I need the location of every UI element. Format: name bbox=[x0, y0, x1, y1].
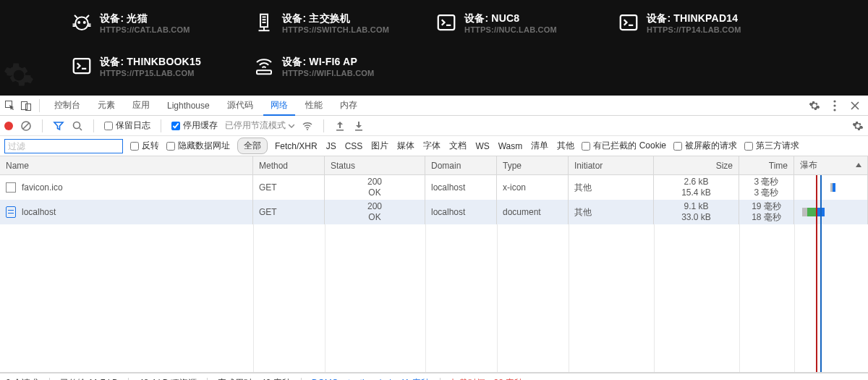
device-title: 设备: THINKBOOK15 bbox=[100, 56, 201, 69]
sort-caret-icon bbox=[856, 163, 861, 167]
tab-console[interactable]: 控制台 bbox=[47, 96, 88, 115]
load-event-line bbox=[816, 175, 817, 372]
col-domain[interactable]: Domain bbox=[425, 156, 497, 174]
svg-rect-9 bbox=[22, 101, 27, 109]
svg-point-1 bbox=[78, 22, 80, 23]
record-button[interactable] bbox=[4, 122, 13, 130]
request-name: favicon.ico bbox=[22, 182, 63, 193]
preserve-log-checkbox[interactable]: 保留日志 bbox=[104, 119, 150, 132]
blocked-cookies-checkbox[interactable]: 有已拦截的 Cookie bbox=[582, 140, 666, 152]
settings-icon[interactable] bbox=[809, 100, 820, 111]
filter-type-fetch[interactable]: Fetch/XHR bbox=[275, 141, 318, 151]
cell-time: 3 毫秒3 毫秒 bbox=[739, 175, 794, 200]
device-url: HTTPS://TP14.LAB.COM bbox=[647, 25, 741, 34]
gear-bg-icon bbox=[3, 59, 35, 91]
filter-type-all[interactable]: 全部 bbox=[237, 138, 268, 154]
device-card[interactable]: 设备: WI-FI6 AP HTTPS://WIFI.LAB.COM bbox=[253, 48, 435, 85]
cell-domain: localhost bbox=[425, 175, 497, 200]
table-row[interactable]: localhost GET 200OK localhost document 其… bbox=[0, 200, 868, 224]
filter-type-other[interactable]: 其他 bbox=[557, 140, 574, 152]
search-icon[interactable] bbox=[72, 120, 83, 132]
filter-type-font[interactable]: 字体 bbox=[423, 140, 441, 152]
filter-type-media[interactable]: 媒体 bbox=[397, 140, 414, 152]
third-party-checkbox[interactable]: 第三方请求 bbox=[744, 140, 799, 152]
clear-icon[interactable] bbox=[20, 120, 32, 132]
dashboard-hero: 设备: 光猫 HTTPS://CAT.LAB.COM 设备: 主交换机 HTTP… bbox=[0, 0, 868, 96]
svg-rect-4 bbox=[438, 15, 455, 30]
tab-performance[interactable]: 性能 bbox=[298, 96, 330, 115]
cell-method: GET bbox=[253, 200, 325, 224]
filter-type-js[interactable]: JS bbox=[326, 141, 336, 151]
device-card[interactable]: 设备: 主交换机 HTTPS://SWITCH.LAB.COM bbox=[253, 5, 435, 41]
cell-method: GET bbox=[253, 175, 325, 200]
filter-type-ws[interactable]: WS bbox=[475, 141, 489, 151]
filter-type-img[interactable]: 图片 bbox=[371, 140, 388, 152]
status-requests: 2 个请求 bbox=[6, 377, 39, 380]
status-dcl: DOMContentLoaded：41 毫秒 bbox=[312, 377, 430, 380]
device-toggle-icon[interactable] bbox=[20, 100, 32, 111]
col-type[interactable]: Type bbox=[497, 156, 569, 174]
network-table-header: Name Method Status Domain Type Initiator… bbox=[0, 156, 868, 175]
wifi-throttle-icon[interactable] bbox=[302, 120, 313, 132]
device-card[interactable]: 设备: NUC8 HTTPS://NUC.LAB.COM bbox=[435, 5, 618, 41]
col-size[interactable]: Size bbox=[654, 156, 739, 174]
filter-input[interactable] bbox=[4, 139, 123, 153]
col-time[interactable]: Time bbox=[739, 156, 794, 174]
tab-sources[interactable]: 源代码 bbox=[220, 96, 260, 115]
col-method[interactable]: Method bbox=[253, 156, 325, 174]
device-title: 设备: NUC8 bbox=[464, 12, 557, 25]
cell-waterfall bbox=[794, 175, 868, 200]
filter-type-doc[interactable]: 文档 bbox=[449, 140, 467, 152]
status-finish: 完成用时：49 毫秒 bbox=[218, 377, 291, 380]
tab-elements[interactable]: 元素 bbox=[90, 96, 122, 115]
svg-point-15 bbox=[74, 122, 80, 128]
svg-rect-7 bbox=[257, 70, 271, 74]
tab-application[interactable]: 应用 bbox=[125, 96, 157, 115]
inspect-icon[interactable] bbox=[4, 100, 16, 111]
terminal-icon bbox=[435, 12, 457, 35]
tab-memory[interactable]: 内存 bbox=[333, 96, 365, 115]
filter-type-css[interactable]: CSS bbox=[345, 141, 363, 151]
document-icon bbox=[6, 206, 16, 218]
device-card[interactable]: 设备: THINKPAD14 HTTPS://TP14.LAB.COM bbox=[618, 5, 800, 41]
device-title: 设备: WI-FI6 AP bbox=[282, 56, 374, 69]
tab-lighthouse[interactable]: Lighthouse bbox=[160, 96, 217, 115]
blocked-requests-checkbox[interactable]: 被屏蔽的请求 bbox=[673, 140, 737, 152]
col-status[interactable]: Status bbox=[325, 156, 425, 174]
throttling-select[interactable]: 已停用节流模式 bbox=[225, 119, 294, 132]
svg-rect-18 bbox=[355, 130, 362, 131]
tab-network[interactable]: 网络 bbox=[263, 96, 295, 116]
col-name[interactable]: Name bbox=[0, 156, 253, 174]
status-load: 加载时间：38 毫秒 bbox=[451, 377, 524, 380]
device-card[interactable]: 设备: 光猫 HTTPS://CAT.LAB.COM bbox=[71, 5, 253, 41]
cell-status: 200OK bbox=[325, 200, 425, 224]
upload-har-icon[interactable] bbox=[334, 120, 346, 132]
col-waterfall[interactable]: 瀑布 bbox=[794, 156, 868, 174]
favicon-icon bbox=[6, 182, 16, 193]
cell-initiator: 其他 bbox=[569, 200, 654, 224]
col-initiator[interactable]: Initiator bbox=[569, 156, 654, 174]
filter-type-manifest[interactable]: 清单 bbox=[531, 140, 548, 152]
svg-point-13 bbox=[833, 109, 835, 111]
device-card[interactable]: 设备: THINKBOOK15 HTTPS://TP15.LAB.COM bbox=[71, 48, 253, 85]
kebab-icon[interactable] bbox=[829, 100, 841, 111]
device-url: HTTPS://CAT.LAB.COM bbox=[100, 25, 190, 34]
hide-data-urls-checkbox[interactable]: 隐藏数据网址 bbox=[166, 140, 230, 152]
filter-type-wasm[interactable]: Wasm bbox=[498, 141, 523, 151]
svg-point-16 bbox=[307, 129, 308, 130]
table-row[interactable]: favicon.ico GET 200OK localhost x-icon 其… bbox=[0, 175, 868, 200]
terminal-icon bbox=[618, 12, 639, 35]
cell-domain: localhost bbox=[425, 200, 497, 224]
invert-checkbox[interactable]: 反转 bbox=[130, 140, 159, 152]
device-url: HTTPS://WIFI.LAB.COM bbox=[282, 69, 374, 77]
close-icon[interactable] bbox=[849, 100, 861, 111]
network-settings-icon[interactable] bbox=[852, 120, 864, 132]
filter-icon[interactable] bbox=[53, 120, 64, 132]
cat-icon bbox=[71, 12, 93, 35]
chevron-down-icon bbox=[289, 123, 294, 129]
download-har-icon[interactable] bbox=[353, 120, 365, 132]
device-url: HTTPS://TP15.LAB.COM bbox=[100, 69, 201, 77]
device-title: 设备: 主交换机 bbox=[282, 12, 389, 25]
svg-rect-6 bbox=[74, 59, 90, 73]
disable-cache-checkbox[interactable]: 停用缓存 bbox=[171, 119, 218, 132]
